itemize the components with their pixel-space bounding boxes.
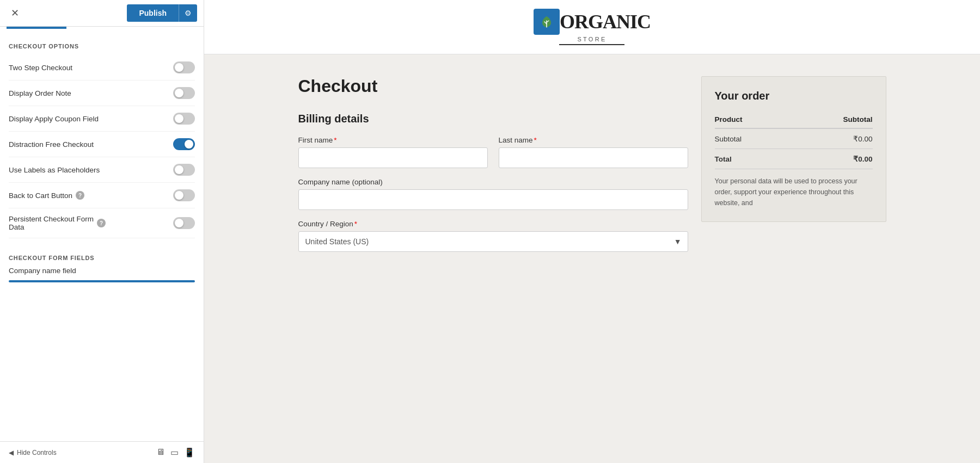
two-step-checkout-label: Two Step Checkout	[9, 64, 72, 72]
bottom-toolbar: ◀ Hide Controls 🖥 ▭ 📱	[0, 441, 204, 463]
main-content: Checkout Billing details First name* Las…	[266, 54, 919, 283]
device-icons-group: 🖥 ▭ 📱	[156, 447, 195, 458]
total-label-cell: Total	[715, 149, 792, 169]
logo-sub-text: STORE	[534, 36, 651, 42]
distraction-free-label: Distraction Free Checkout	[9, 140, 94, 149]
display-order-note-slider	[173, 87, 195, 99]
persistent-checkout-help-icon[interactable]: ?	[97, 219, 106, 227]
display-order-note-toggle[interactable]	[173, 87, 195, 99]
last-name-input[interactable]	[499, 147, 688, 168]
first-name-group: First name*	[298, 136, 488, 168]
display-apply-coupon-toggle[interactable]	[173, 113, 195, 125]
company-group: Company name (optional)	[298, 178, 688, 210]
display-apply-coupon-slider	[173, 113, 195, 125]
country-label: Country / Region*	[298, 220, 688, 228]
top-bar: ✕ Publish ⚙	[0, 0, 204, 27]
logo-wrapper: ORGANIC STORE	[534, 9, 651, 45]
persistent-checkout-label: Persistent Checkout FormData ?	[9, 215, 106, 231]
form-fields-section: Company name field	[0, 267, 204, 282]
order-table: Product Subtotal Subtotal ₹0.00 Total ₹0…	[715, 111, 873, 169]
mobile-icon[interactable]: 📱	[184, 447, 195, 458]
hide-controls-button[interactable]: ◀ Hide Controls	[9, 449, 57, 456]
persistent-checkout-slider	[173, 217, 195, 229]
distraction-free-toggle[interactable]	[173, 138, 195, 150]
product-column-header: Product	[715, 111, 792, 128]
country-row: Country / Region* United States (US) ▼	[298, 220, 688, 252]
subtotal-row: Subtotal ₹0.00	[715, 128, 873, 149]
use-labels-label: Use Labels as Placeholders	[9, 166, 100, 174]
checkout-options-list: Two Step Checkout Display Order Note Dis…	[0, 55, 204, 238]
checkout-title: Checkout	[298, 76, 688, 96]
order-summary-title: Your order	[715, 90, 873, 102]
option-use-labels: Use Labels as Placeholders	[9, 157, 195, 183]
display-order-note-label: Display Order Note	[9, 89, 71, 97]
distraction-free-slider	[173, 138, 195, 150]
billing-title: Billing details	[298, 113, 688, 125]
last-name-group: Last name*	[499, 136, 688, 168]
hide-controls-label: Hide Controls	[17, 449, 57, 456]
option-back-to-cart: Back to Cart Button ?	[9, 183, 195, 208]
logo-icon-box	[534, 9, 560, 35]
order-table-header-row: Product Subtotal	[715, 111, 873, 128]
checkout-options-heading: CHECKOUT OPTIONS	[0, 35, 204, 55]
publish-area: Publish ⚙	[127, 4, 197, 22]
option-distraction-free: Distraction Free Checkout	[9, 132, 195, 157]
country-select[interactable]: United States (US)	[298, 231, 688, 252]
privacy-text: Your personal data will be used to proce…	[715, 176, 873, 208]
company-field-indicator	[9, 280, 195, 282]
active-indicator-bar	[7, 27, 66, 29]
first-name-label-text: First name	[298, 136, 333, 144]
site-header: ORGANIC STORE	[204, 0, 980, 54]
company-row: Company name (optional)	[298, 178, 688, 210]
country-group: Country / Region* United States (US) ▼	[298, 220, 688, 252]
back-to-cart-label: Back to Cart Button ?	[9, 191, 84, 200]
first-name-label: First name*	[298, 136, 488, 144]
tablet-icon[interactable]: ▭	[170, 447, 179, 458]
name-row: First name* Last name*	[298, 136, 688, 168]
country-select-wrapper: United States (US) ▼	[298, 231, 688, 252]
subtotal-column-header: Subtotal	[791, 111, 872, 128]
country-required: *	[354, 220, 357, 228]
use-labels-toggle[interactable]	[173, 164, 195, 176]
hide-controls-arrow-icon: ◀	[9, 449, 14, 456]
option-two-step-checkout: Two Step Checkout	[9, 55, 195, 81]
publish-button[interactable]: Publish	[127, 4, 179, 22]
use-labels-slider	[173, 164, 195, 176]
company-label: Company name (optional)	[298, 178, 688, 186]
desktop-icon[interactable]: 🖥	[156, 447, 165, 458]
persistent-checkout-toggle[interactable]	[173, 217, 195, 229]
country-label-text: Country / Region	[298, 220, 353, 228]
display-apply-coupon-label: Display Apply Coupon Field	[9, 115, 99, 123]
settings-button[interactable]: ⚙	[179, 4, 197, 22]
two-step-checkout-slider	[173, 61, 195, 73]
subtotal-value-cell: ₹0.00	[791, 128, 872, 149]
company-name-field-label: Company name field	[9, 267, 195, 275]
total-value-cell: ₹0.00	[791, 149, 872, 169]
left-panel: ✕ Publish ⚙ CHECKOUT OPTIONS Two Step Ch…	[0, 0, 204, 463]
last-name-label: Last name*	[499, 136, 688, 144]
subtotal-label-cell: Subtotal	[715, 128, 792, 149]
logo-underline	[559, 44, 624, 45]
back-to-cart-help-icon[interactable]: ?	[76, 191, 84, 200]
checkout-form-fields-heading: CHECKOUT FORM FIELDS	[0, 247, 204, 267]
last-name-label-text: Last name	[499, 136, 533, 144]
option-display-order-note: Display Order Note	[9, 81, 195, 106]
order-summary: Your order Product Subtotal Subtotal ₹0.…	[701, 76, 886, 222]
first-name-required: *	[334, 136, 336, 144]
option-persistent-checkout: Persistent Checkout FormData ?	[9, 208, 195, 238]
option-display-apply-coupon: Display Apply Coupon Field	[9, 106, 195, 132]
logo-line: ORGANIC	[534, 9, 651, 35]
company-input[interactable]	[298, 189, 688, 210]
back-to-cart-slider	[173, 189, 195, 201]
logo-text: ORGANIC	[560, 12, 651, 32]
total-row: Total ₹0.00	[715, 149, 873, 169]
leaf-icon	[539, 14, 554, 29]
last-name-required: *	[534, 136, 537, 144]
two-step-checkout-toggle[interactable]	[173, 61, 195, 73]
checkout-form-section: Checkout Billing details First name* Las…	[298, 76, 688, 262]
close-button[interactable]: ✕	[7, 5, 23, 21]
back-to-cart-toggle[interactable]	[173, 189, 195, 201]
logo-text-group: ORGANIC	[560, 12, 651, 32]
right-panel: ORGANIC STORE Checkout Billing details F…	[204, 0, 980, 463]
first-name-input[interactable]	[298, 147, 488, 168]
